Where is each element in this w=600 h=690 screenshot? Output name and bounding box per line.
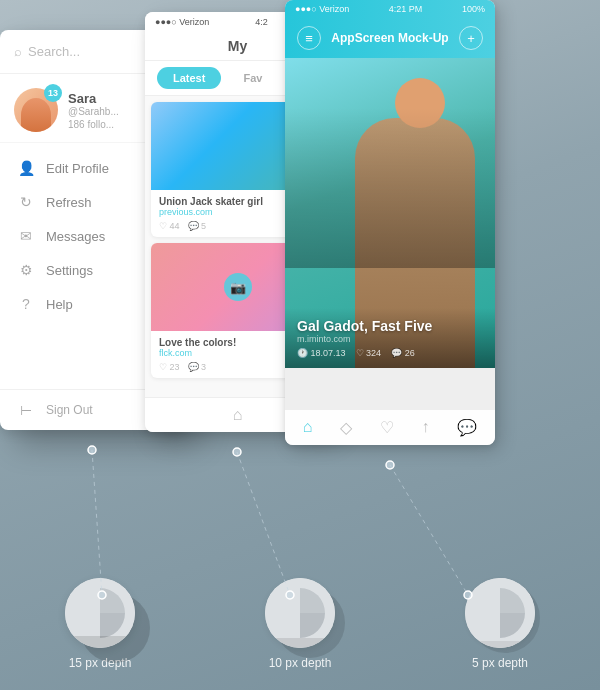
svg-point-1 xyxy=(88,446,96,454)
sign-out-label: Sign Out xyxy=(46,403,93,417)
detail-overlay: Gal Gadot, Fast Five m.iminto.com 🕐 18.0… xyxy=(285,308,495,368)
detail-screen: ●●●○ Verizon 4:21 PM 100% ≡ AppScreen Mo… xyxy=(285,0,495,445)
profile-handle: @Sarahb... xyxy=(68,106,119,117)
profile-icon: 👤 xyxy=(18,160,34,176)
refresh-icon: ↻ xyxy=(18,194,34,210)
depth-label-10: 10 px depth xyxy=(269,656,332,670)
help-icon: ? xyxy=(18,296,34,312)
svg-rect-14 xyxy=(465,641,535,648)
nav-share-icon[interactable]: ↑ xyxy=(421,418,429,437)
app-title: AppScreen Mock-Up xyxy=(331,31,448,45)
photo-comments: 💬 26 xyxy=(391,348,415,358)
svg-line-0 xyxy=(92,450,102,595)
depth-section: 15 px depth 10 px depth 5 px depth xyxy=(0,578,600,670)
svg-rect-12 xyxy=(265,638,335,648)
card-likes-2: ♡ 23 xyxy=(159,362,180,372)
depth-item-5: 5 px depth xyxy=(465,578,535,670)
depth-label-15: 15 px depth xyxy=(69,656,132,670)
menu-label-settings: Settings xyxy=(46,263,93,278)
add-button[interactable]: + xyxy=(459,26,483,50)
tab-favorites[interactable]: Fav xyxy=(227,67,278,89)
depth-item-15: 15 px depth xyxy=(65,578,135,670)
depth-circle-5 xyxy=(465,578,535,648)
nav-home-icon[interactable]: ⌂ xyxy=(303,418,313,437)
nav-tag-icon[interactable]: ◇ xyxy=(340,418,352,437)
feed-time: 4:2 xyxy=(255,17,268,27)
photo-meta: 🕐 18.07.13 ♡ 324 💬 26 xyxy=(297,348,483,358)
hamburger-icon: ≡ xyxy=(305,31,313,46)
profile-followers: 186 follo... xyxy=(68,119,119,130)
menu-label-help: Help xyxy=(46,297,73,312)
photo-gradient xyxy=(285,108,495,268)
card-comments-1: 💬 5 xyxy=(188,221,207,231)
settings-icon: ⚙ xyxy=(18,262,34,278)
search-icon: ⌕ xyxy=(14,44,22,59)
search-placeholder: Search... xyxy=(28,44,80,59)
svg-line-6 xyxy=(390,465,468,595)
detail-status-bar: ●●●○ Verizon 4:21 PM 100% xyxy=(285,0,495,18)
detail-header: ≡ AppScreen Mock-Up + xyxy=(285,18,495,58)
home-icon[interactable]: ⌂ xyxy=(233,406,243,424)
camera-badge: 📷 xyxy=(224,273,252,301)
svg-point-4 xyxy=(233,448,241,456)
depth-diagram-5 xyxy=(465,578,535,648)
sign-out-icon: ⊢ xyxy=(18,402,34,418)
menu-label-edit-profile: Edit Profile xyxy=(46,161,109,176)
detail-navbar: ⌂ ◇ ♡ ↑ 💬 xyxy=(285,409,495,445)
depth-circle-10 xyxy=(265,578,335,648)
photo-title: Gal Gadot, Fast Five xyxy=(297,318,483,334)
detail-time: 4:21 PM xyxy=(389,4,423,14)
profile-name: Sara xyxy=(68,91,119,106)
svg-rect-10 xyxy=(65,636,135,648)
plus-icon: + xyxy=(467,31,475,46)
header-title-block: AppScreen Mock-Up xyxy=(331,31,448,45)
detail-battery: 100% xyxy=(462,4,485,14)
depth-label-5: 5 px depth xyxy=(472,656,528,670)
nav-heart-icon[interactable]: ♡ xyxy=(380,418,394,437)
feed-carrier: ●●●○ Verizon xyxy=(155,17,209,27)
card-comments-2: 💬 3 xyxy=(188,362,207,372)
depth-diagram-15 xyxy=(65,578,135,648)
menu-button[interactable]: ≡ xyxy=(297,26,321,50)
menu-label-messages: Messages xyxy=(46,229,105,244)
depth-diagram-10 xyxy=(265,578,335,648)
detail-carrier: ●●●○ Verizon xyxy=(295,4,349,14)
svg-line-3 xyxy=(237,452,290,595)
profile-info: Sara @Sarahb... 186 follo... xyxy=(68,91,119,130)
depth-circle-15 xyxy=(65,578,135,648)
photo-date: 🕐 18.07.13 xyxy=(297,348,346,358)
depth-item-10: 10 px depth xyxy=(265,578,335,670)
svg-point-7 xyxy=(386,461,394,469)
photo-link: m.iminto.com xyxy=(297,334,483,344)
menu-label-refresh: Refresh xyxy=(46,195,92,210)
avatar-wrap: 13 xyxy=(14,88,58,132)
card-likes-1: ♡ 44 xyxy=(159,221,180,231)
notification-badge: 13 xyxy=(44,84,62,102)
avatar-figure xyxy=(21,98,51,132)
nav-chat-icon[interactable]: 💬 xyxy=(457,418,477,437)
tab-latest[interactable]: Latest xyxy=(157,67,221,89)
detail-photo: Gal Gadot, Fast Five m.iminto.com 🕐 18.0… xyxy=(285,58,495,368)
messages-icon: ✉ xyxy=(18,228,34,244)
photo-likes: ♡ 324 xyxy=(356,348,382,358)
